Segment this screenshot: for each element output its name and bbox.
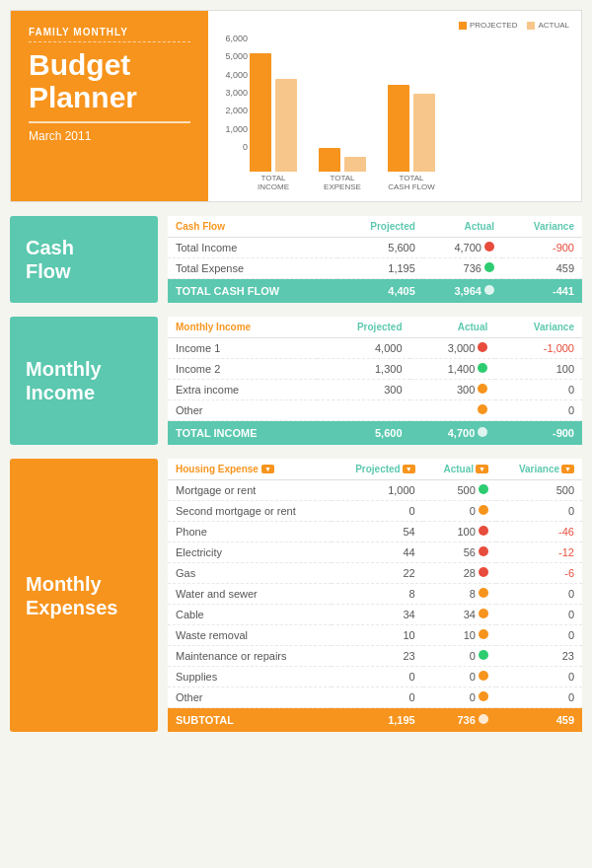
header-title: BudgetPlanner (29, 48, 190, 113)
monthly-income-label: MonthlyIncome (10, 317, 158, 445)
mi-total-label: TOTAL INCOME (168, 421, 317, 446)
me-row1-projected: 1,000 (332, 480, 422, 501)
cash-flow-content: Cash Flow Projected Actual Variance Tota… (168, 216, 582, 303)
me-total-variance: 459 (496, 708, 582, 733)
me-row10-label: Supplies (168, 667, 332, 687)
mi-total-variance: -900 (495, 421, 582, 446)
status-dot-red (478, 342, 487, 352)
header-right: PROJECTED ACTUAL 6,0005,0004,0003,0002,0… (208, 11, 581, 201)
cf-header-category: Cash Flow (168, 216, 337, 238)
monthly-expenses-label: MonthlyExpenses (10, 459, 158, 732)
me-row11-projected: 0 (332, 687, 422, 708)
status-dot-red (484, 242, 494, 252)
projected-dropdown[interactable]: ▼ (403, 465, 415, 473)
mi-header-projected: Projected (317, 317, 409, 338)
mi-row1-projected: 4,000 (317, 338, 409, 359)
mi-row4-label: Other (168, 400, 317, 421)
cf-total-label: TOTAL CASH FLOW (168, 279, 337, 304)
monthly-income-content: Monthly Income Projected Actual Variance… (168, 317, 582, 445)
me-header-variance: Variance▼ (496, 459, 582, 480)
me-row6-variance: 0 (496, 584, 582, 605)
status-dot-total (478, 427, 487, 437)
mi-total-projected: 5,600 (317, 421, 409, 446)
bar-income-projected (250, 53, 271, 172)
me-row5-label: Gas (168, 563, 332, 584)
cf-row2-actual: 736 (423, 258, 502, 279)
cf-header-actual: Actual (423, 216, 502, 238)
y-axis: 6,0005,0004,0003,0002,0001,0000 (220, 34, 248, 152)
me-row11-actual: 0 (423, 687, 496, 708)
me-row3-actual: 100 (423, 522, 496, 542)
cf-row2-variance: 459 (502, 258, 582, 279)
me-total-actual: 736 (423, 708, 496, 733)
table-row: Extra income 300 300 0 (168, 380, 582, 400)
me-row2-variance: 0 (496, 501, 582, 522)
me-row2-label: Second mortgage or rent (168, 501, 332, 522)
me-row6-label: Water and sewer (168, 584, 332, 605)
actual-legend-color (527, 22, 535, 30)
header-subtitle: Family Monthly (29, 27, 190, 42)
chart-legend: PROJECTED ACTUAL (220, 21, 569, 30)
me-row9-actual: 0 (423, 646, 496, 667)
status-dot-orange (479, 609, 488, 618)
me-row11-variance: 0 (496, 687, 582, 708)
me-row9-projected: 23 (332, 646, 422, 667)
monthly-expenses-section: MonthlyExpenses Housing Expense ▼ Projec… (10, 459, 582, 732)
table-row: Total Expense 1,195 736 459 (168, 258, 582, 279)
cf-row2-label: Total Expense (168, 258, 337, 279)
me-row3-label: Phone (168, 522, 332, 542)
me-row7-actual: 34 (423, 605, 496, 625)
actual-dropdown[interactable]: ▼ (476, 465, 488, 473)
bar-group-expense (319, 148, 366, 172)
cash-flow-section: CashFlow Cash Flow Projected Actual Vari… (10, 216, 582, 303)
mi-row3-actual: 300 (410, 380, 496, 400)
me-row6-projected: 8 (332, 584, 422, 605)
cash-flow-table: Cash Flow Projected Actual Variance Tota… (168, 216, 582, 303)
cash-flow-total-row: TOTAL CASH FLOW 4,405 3,964 -441 (168, 279, 582, 304)
cf-row2-projected: 1,195 (337, 258, 423, 279)
table-row: Cable 34 34 0 (168, 605, 582, 625)
me-total-label: SUBTOTAL (168, 708, 332, 733)
mi-header-variance: Variance (495, 317, 582, 338)
status-dot-orange (479, 691, 488, 701)
status-dot-total (479, 714, 488, 724)
me-header-category: Housing Expense ▼ (168, 459, 332, 480)
me-row1-label: Mortgage or rent (168, 480, 332, 501)
me-row5-variance: -6 (496, 563, 582, 584)
cf-header-projected: Projected (337, 216, 423, 238)
chart-bars: 6,0005,0004,0003,0002,0001,0000 (220, 34, 569, 172)
status-dot-orange (479, 671, 488, 681)
legend-projected: PROJECTED (459, 21, 517, 30)
me-row7-projected: 34 (332, 605, 422, 625)
bar-group-cashflow (388, 85, 435, 172)
me-row8-actual: 10 (423, 625, 496, 646)
header-date: March 2011 (29, 129, 190, 143)
table-row: Mortgage or rent 1,000 500 500 (168, 480, 582, 501)
me-row6-actual: 8 (423, 584, 496, 605)
table-row: Maintenance or repairs 23 0 23 (168, 646, 582, 667)
monthly-income-table: Monthly Income Projected Actual Variance… (168, 317, 582, 445)
me-header-actual: Actual▼ (423, 459, 496, 480)
expenses-total-row: SUBTOTAL 1,195 736 459 (168, 708, 582, 733)
table-row: Income 1 4,000 3,000 -1,000 (168, 338, 582, 359)
chart-label-income: TOTAL INCOME (250, 174, 297, 191)
table-row: Other 0 (168, 400, 582, 421)
me-row10-variance: 0 (496, 667, 582, 687)
table-row: Water and sewer 8 8 0 (168, 584, 582, 605)
legend-actual: ACTUAL (527, 21, 569, 30)
mi-row2-projected: 1,300 (317, 359, 409, 380)
me-row10-actual: 0 (423, 667, 496, 687)
mi-row1-label: Income 1 (168, 338, 317, 359)
table-row: Waste removal 10 10 0 (168, 625, 582, 646)
cf-row1-label: Total Income (168, 238, 337, 258)
me-row3-variance: -46 (496, 522, 582, 542)
bar-group-income (250, 53, 297, 172)
me-row8-projected: 10 (332, 625, 422, 646)
mi-row2-label: Income 2 (168, 359, 317, 380)
housing-expense-dropdown[interactable]: ▼ (261, 465, 274, 473)
table-row: Total Income 5,600 4,700 -900 (168, 238, 582, 258)
mi-header-category: Monthly Income (168, 317, 317, 338)
mi-row4-variance: 0 (495, 400, 582, 421)
chart-label-expense: TOTAL EXPENSE (319, 174, 366, 191)
variance-dropdown[interactable]: ▼ (561, 465, 574, 473)
